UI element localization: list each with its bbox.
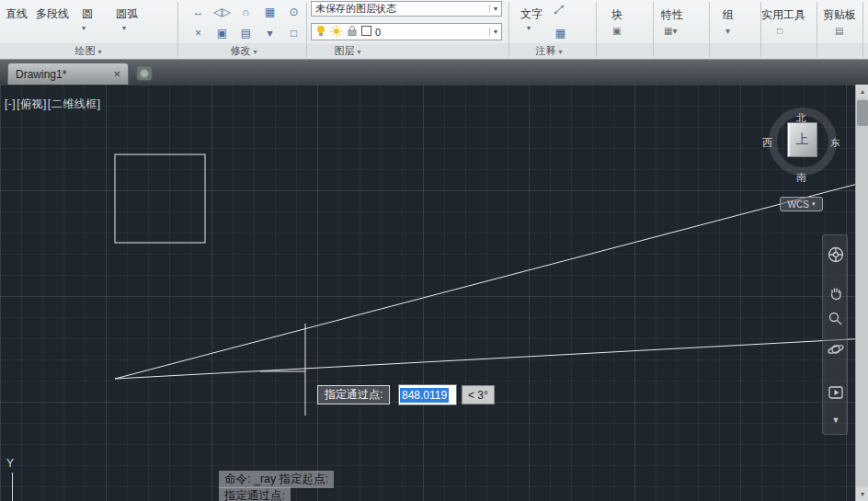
viewcube-east-label[interactable]: 东 [830, 136, 840, 150]
wcs-dropdown-icon: ▾ [812, 200, 816, 208]
move-icon[interactable]: ↔ [188, 3, 208, 21]
navigation-bar: ▼ [822, 234, 848, 435]
tab-close-icon[interactable]: × [113, 67, 120, 81]
layers-panel-label[interactable]: 图层▾ [311, 44, 384, 58]
block-panel-button[interactable]: 块 [599, 7, 635, 23]
group-flyout-icon[interactable]: ▾ [725, 26, 730, 36]
drawn-rectangle[interactable] [115, 154, 205, 243]
ray-upper[interactable] [115, 181, 855, 379]
command-line-prompt[interactable]: 指定通过点: [219, 487, 291, 501]
viewport-visual-style-control[interactable]: [二维线框] [48, 97, 101, 110]
dynamic-input-angle: < 3° [462, 385, 495, 404]
modify-icons-row2: × ▣ ▤ ▾ □ [188, 24, 303, 42]
file-tab-label: Drawing1* [16, 68, 66, 81]
layer-freeze-icon[interactable] [330, 25, 343, 40]
panel-separator [596, 2, 597, 57]
panel-separator [862, 2, 863, 57]
circle-flyout-arrow-icon[interactable]: ▾ [82, 24, 86, 32]
ucs-y-axis-line [12, 473, 13, 501]
arc-flyout-arrow-icon[interactable]: ▾ [122, 24, 126, 32]
text-button[interactable]: 文字 [516, 6, 547, 22]
clipboard-panel-button[interactable]: 剪贴板 [817, 7, 862, 23]
navigation-wheel-icon[interactable] [826, 245, 846, 265]
insert-block-icon[interactable]: ▣ [612, 26, 621, 36]
text-flyout-arrow-icon[interactable]: ▾ [527, 24, 531, 32]
scroll-up-icon[interactable]: ▲ [856, 85, 868, 98]
dynamic-input-field[interactable]: 848.0119 [398, 384, 457, 405]
modify-panel-label-text: 修改 [230, 45, 250, 56]
panel-separator [306, 2, 307, 57]
file-tab-drawing1[interactable]: Drawing1* × [7, 63, 129, 85]
drawing-canvas[interactable]: [-][俯视][二维线框] 上 北 西 东 南 WCS ▾ [0, 85, 855, 501]
mirror-icon[interactable]: ◁▷ [212, 3, 232, 21]
new-drawing-button[interactable] [136, 65, 153, 81]
layer-on-icon[interactable] [315, 25, 326, 40]
layers-panel-label-text: 图层 [334, 45, 354, 56]
modify-panel-dropdown-icon: ▾ [253, 48, 257, 56]
properties-panel-button[interactable]: 特性 [654, 7, 691, 23]
wcs-menu-button[interactable]: WCS ▾ [780, 197, 823, 211]
vertical-scrollbar[interactable]: ▲ ▼ [855, 85, 868, 501]
utilities-panel-button[interactable]: 实用工具 [756, 7, 811, 23]
modify-icons-row1: ↔ ◁▷ ∩ ▦ ⊙ [188, 3, 303, 21]
annotation-panel-label-text: 注释 [535, 45, 555, 56]
layer-state-dropdown-icon: ▾ [489, 5, 497, 13]
navbar-more-icon[interactable]: ▼ [826, 410, 846, 430]
drawing-geometry [0, 85, 855, 501]
offset-icon[interactable]: ▣ [212, 24, 232, 42]
autocad-window: 直线 多段线 圆 ▾ 圆弧 ▾ 绘图▾ ↔ ◁▷ ∩ ▦ ⊙ × ▣ ▤ ▾ □… [0, 0, 868, 501]
layer-dropdown[interactable]: 0 ▾ [311, 23, 502, 40]
current-layer-name: 0 [375, 27, 381, 38]
table-icon[interactable]: ▦ [551, 24, 570, 42]
orbit-icon[interactable] [826, 339, 846, 359]
circle-button[interactable]: 圆 [74, 6, 101, 22]
draw-panel-label-text: 绘图 [74, 45, 95, 56]
fillet-icon[interactable]: ∩ [236, 3, 256, 21]
match-properties-icon[interactable]: ▦▾ [664, 26, 677, 36]
dimension-icon[interactable] [552, 3, 566, 20]
viewcube-south-label[interactable]: 南 [796, 171, 806, 185]
new-drawing-icon [140, 69, 149, 78]
panel-separator [177, 2, 178, 57]
layer-lock-icon[interactable] [347, 25, 358, 39]
wcs-label: WCS [788, 199, 809, 210]
viewcube-top-face[interactable]: 上 [787, 122, 817, 157]
scroll-down-icon[interactable]: ▼ [856, 487, 868, 501]
annotation-panel-dropdown-icon: ▾ [558, 48, 562, 56]
draw-panel-dropdown-icon: ▾ [97, 48, 101, 56]
erase-icon[interactable]: □ [284, 24, 303, 42]
explode-icon[interactable]: × [188, 24, 208, 42]
command-line-history: 命令: _ray 指定起点: [219, 471, 334, 488]
file-tab-bar: Drawing1* × [0, 60, 868, 85]
layer-dropdown-icon: ▾ [489, 28, 497, 36]
line-button[interactable]: 直线 [2, 6, 31, 22]
polyline-button[interactable]: 多段线 [30, 6, 74, 22]
modify-panel-label[interactable]: 修改▾ [207, 44, 280, 58]
layer-state-dropdown[interactable]: 未保存的图层状态 ▾ [311, 1, 502, 17]
draw-panel-label[interactable]: 绘图▾ [51, 44, 125, 58]
ucs-y-axis-label: Y [6, 457, 14, 470]
layer-color-swatch[interactable] [361, 26, 371, 38]
paste-icon[interactable]: ▤ [835, 26, 843, 36]
panel-separator [508, 2, 509, 57]
rotate-icon[interactable]: ⊙ [284, 3, 303, 21]
zoom-icon[interactable] [826, 309, 846, 329]
showmotion-icon[interactable] [826, 382, 846, 403]
measure-icon[interactable]: □ [777, 26, 782, 36]
arc-button[interactable]: 圆弧 [107, 6, 147, 22]
layers-panel-dropdown-icon: ▾ [357, 48, 360, 56]
group-panel-button[interactable]: 组 [710, 7, 747, 23]
ribbon-label-strip [0, 43, 868, 59]
viewcube-west-label[interactable]: 西 [762, 136, 772, 150]
dynamic-input-prompt: 指定通过点: [317, 385, 390, 404]
scrollbar-thumb[interactable] [857, 100, 868, 126]
ray-lower[interactable] [115, 338, 855, 379]
pan-icon[interactable] [826, 283, 846, 303]
array-icon[interactable]: ▦ [260, 3, 280, 21]
pattern-icon[interactable]: ▤ [236, 24, 256, 42]
annotation-panel-label[interactable]: 注释▾ [512, 44, 586, 58]
modify-flyout-icon[interactable]: ▾ [260, 24, 280, 42]
viewcube-north-label[interactable]: 北 [796, 111, 806, 125]
viewport-minimize-control[interactable]: [-] [5, 97, 16, 110]
viewport-view-control[interactable]: [俯视] [17, 97, 47, 110]
